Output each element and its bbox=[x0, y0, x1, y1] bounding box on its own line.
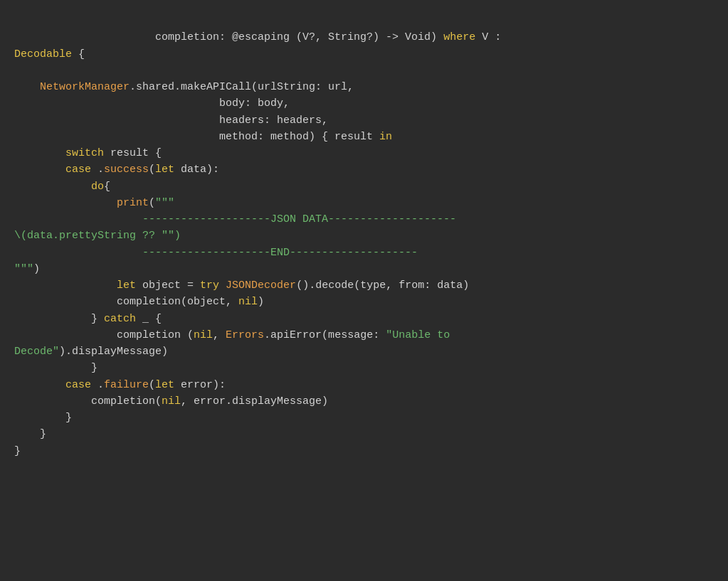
line-7c: ( bbox=[149, 164, 155, 176]
completion2b: , bbox=[213, 329, 226, 341]
line-7-indent bbox=[14, 164, 65, 176]
case-failure: failure bbox=[104, 379, 149, 391]
line-2 bbox=[14, 81, 40, 93]
line-7b: . bbox=[91, 164, 104, 176]
line-let-indent bbox=[14, 279, 117, 292]
keyword-let3: let bbox=[155, 379, 174, 391]
line-let-c bbox=[219, 279, 226, 292]
case-success: success bbox=[104, 164, 149, 176]
line-8-indent bbox=[14, 181, 91, 193]
keyword-catch: catch bbox=[104, 313, 136, 325]
line-completion3-indent bbox=[14, 395, 91, 407]
jsondecoder: JSONDecoder bbox=[226, 279, 296, 292]
interpolation: \(data.prettyString ?? "") bbox=[14, 230, 181, 242]
keyword-case1: case bbox=[65, 164, 91, 176]
line-close-case2: } bbox=[14, 412, 72, 424]
line-catch-indent: } bbox=[14, 313, 104, 325]
keyword-let2: let bbox=[117, 279, 136, 292]
completion3: completion( bbox=[91, 395, 162, 407]
errors-class: Errors bbox=[226, 329, 264, 341]
line-7d: data): bbox=[174, 164, 219, 176]
line-catch-b: _ { bbox=[136, 313, 162, 325]
line-let-d: ().decode(type, from: data) bbox=[296, 279, 469, 292]
keyword-case2: case bbox=[65, 379, 91, 391]
line-let-b: object = bbox=[136, 279, 200, 292]
completion2: completion ( bbox=[117, 329, 194, 341]
line-case2-indent bbox=[14, 379, 65, 391]
line-close-paren: ) bbox=[33, 263, 40, 275]
keyword-decodable: Decodable bbox=[14, 48, 72, 60]
keyword-try: try bbox=[200, 279, 219, 292]
line-2b: .shared.makeAPICall(urlString: url, bbox=[130, 81, 354, 93]
line-9b: ( bbox=[149, 197, 155, 209]
line-9-indent bbox=[14, 197, 117, 209]
completion3b: , error.displayMessage) bbox=[181, 395, 328, 407]
keyword-nil3: nil bbox=[162, 395, 181, 407]
line-case2c: ( bbox=[149, 379, 155, 391]
code-editor: completion: @escaping (V?, String?) -> V… bbox=[14, 13, 714, 459]
string-open: """ bbox=[155, 197, 174, 209]
keyword-in: in bbox=[379, 131, 392, 143]
line-case2d: error): bbox=[174, 379, 226, 391]
line-completion1b: ) bbox=[258, 296, 264, 308]
keyword-switch: switch bbox=[65, 147, 104, 159]
string-close: """ bbox=[14, 263, 33, 275]
line-completion2-indent bbox=[14, 329, 117, 341]
string-unable: "Unable to bbox=[386, 329, 450, 341]
line-3: body: body, bbox=[14, 97, 290, 110]
keyword-nil2: nil bbox=[194, 329, 213, 341]
line-1b: V : bbox=[475, 31, 501, 43]
line-1c: { bbox=[72, 48, 85, 60]
end-separator: --------------------END-----------------… bbox=[14, 247, 418, 259]
keyword-nil1: nil bbox=[238, 296, 258, 308]
json-separator-top: --------------------JSON DATA-----------… bbox=[14, 213, 456, 225]
line-6-indent bbox=[14, 147, 65, 159]
line-6b: result { bbox=[104, 147, 162, 159]
keyword-let: let bbox=[155, 164, 174, 176]
completion2c: .apiError(message: bbox=[264, 329, 386, 341]
line-close-outer: } bbox=[14, 445, 21, 457]
line-case2b: . bbox=[91, 379, 104, 391]
line-4: headers: headers, bbox=[14, 114, 328, 127]
completion2d: ).displayMessage) bbox=[59, 346, 168, 358]
line-close-catch: } bbox=[14, 362, 97, 374]
line-5: method: method) { result bbox=[14, 131, 379, 143]
line-1: completion: @escaping (V?, String?) -> V… bbox=[27, 31, 443, 43]
func-print: print bbox=[117, 197, 149, 209]
keyword-do: do bbox=[91, 181, 104, 193]
string-decode: Decode" bbox=[14, 346, 59, 358]
keyword-where: where bbox=[443, 31, 475, 43]
line-8b: { bbox=[104, 181, 110, 193]
line-completion1: completion(object, bbox=[14, 296, 238, 308]
line-close-switch: } bbox=[14, 428, 46, 440]
networkmanager: NetworkManager bbox=[40, 81, 130, 93]
